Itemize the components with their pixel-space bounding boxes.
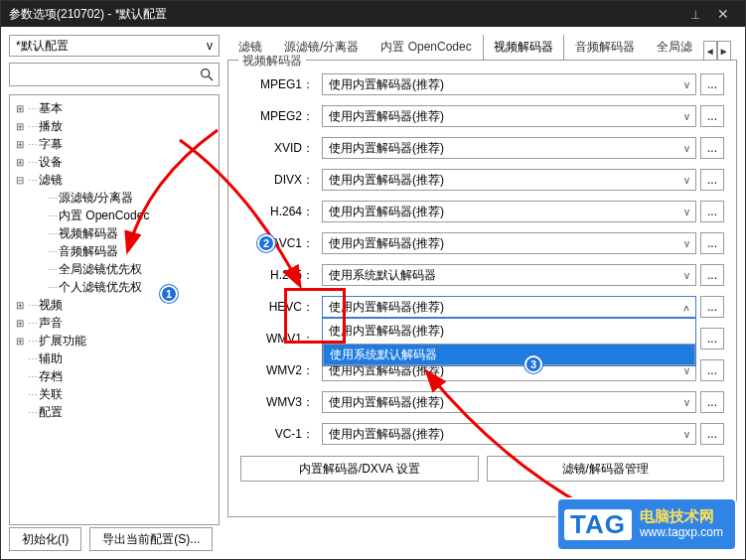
watermark-tag: TAG 电脑技术网 www.tagxp.com: [556, 497, 737, 551]
preset-select[interactable]: *默认配置 v: [9, 35, 220, 57]
filter-manage-button[interactable]: 滤镜/解码器管理: [487, 456, 725, 482]
codec-select[interactable]: 使用内置解码器(推荐)v: [322, 232, 696, 254]
tab[interactable]: 内置 OpenCodec: [370, 35, 482, 61]
codec-select-value: 使用内置解码器(推荐): [329, 108, 444, 125]
tree-item[interactable]: ⋯全局滤镜优先权: [10, 260, 219, 278]
preset-value: *默认配置: [16, 38, 69, 55]
window-title: 参数选项(210702) - *默认配置: [9, 6, 681, 23]
dxva-settings-button[interactable]: 内置解码器/DXVA 设置: [240, 456, 479, 482]
tree-item[interactable]: ⋯配置: [10, 403, 219, 421]
tree-item[interactable]: ⊞⋯基本: [10, 99, 219, 117]
tree-item[interactable]: ⋯视频解码器: [10, 224, 219, 242]
codec-select-value: 使用内置解码器(推荐): [329, 76, 444, 93]
dropdown-option[interactable]: 使用系统默认解码器: [323, 344, 695, 365]
tree-item[interactable]: ⊞⋯字幕: [10, 135, 219, 153]
search-icon: [199, 67, 215, 82]
pin-icon[interactable]: ⟂: [681, 5, 709, 23]
tree-expand-icon[interactable]: ⊟: [14, 175, 26, 186]
codec-more-button[interactable]: ...: [700, 391, 724, 413]
codec-row: AVC1：使用内置解码器(推荐)v...: [240, 229, 724, 257]
codec-more-button[interactable]: ...: [700, 328, 724, 350]
codec-dropdown: 使用内置解码器(推荐)使用系统默认解码器: [322, 318, 696, 366]
chevron-down-icon: v: [684, 238, 689, 249]
initialize-button[interactable]: 初始化(I): [9, 527, 81, 551]
codec-select-value: 使用内置解码器(推荐): [329, 172, 444, 189]
export-config-button[interactable]: 导出当前配置(S)...: [89, 527, 213, 551]
codec-row: H.265：使用系统默认解码器v...: [240, 261, 724, 289]
svg-line-1: [209, 76, 213, 80]
annotation-badge-1: 1: [160, 285, 178, 303]
tree-item-label: 基本: [39, 100, 63, 117]
codec-select[interactable]: 使用系统默认解码器v: [322, 264, 696, 286]
codec-more-button[interactable]: ...: [700, 359, 724, 381]
search-input[interactable]: [9, 63, 220, 86]
codec-select[interactable]: 使用内置解码器(推荐)v: [322, 391, 696, 413]
dropdown-option[interactable]: 使用内置解码器(推荐): [323, 319, 695, 344]
codec-more-button[interactable]: ...: [700, 105, 724, 127]
codec-row: WMV3：使用内置解码器(推荐)v...: [240, 388, 724, 416]
codec-more-button[interactable]: ...: [700, 201, 724, 222]
tree-expand-icon[interactable]: ⊞: [14, 300, 26, 311]
codec-select[interactable]: 使用内置解码器(推荐)v: [322, 169, 696, 191]
tree-item[interactable]: ⋯关联: [10, 385, 219, 403]
codec-more-button[interactable]: ...: [700, 296, 724, 318]
codec-select[interactable]: 使用内置解码器(推荐)ʌ使用内置解码器(推荐)使用系统默认解码器: [322, 296, 696, 318]
chevron-down-icon: ʌ: [683, 302, 689, 313]
codec-row: XVID：使用内置解码器(推荐)v...: [240, 134, 724, 162]
codec-more-button[interactable]: ...: [700, 137, 724, 159]
codec-select[interactable]: 使用内置解码器(推荐)v: [322, 105, 696, 127]
tree-item[interactable]: ⊞⋯视频: [10, 296, 219, 314]
codec-more-button[interactable]: ...: [700, 169, 724, 191]
codec-label: H.264：: [240, 204, 322, 220]
tree-expand-icon[interactable]: ⊞: [14, 318, 26, 329]
chevron-down-icon: v: [684, 397, 689, 408]
watermark-line1: 电脑技术网: [640, 508, 723, 524]
tab[interactable]: 全局滤: [646, 35, 703, 61]
tree-expand-icon[interactable]: ⊞: [14, 336, 26, 347]
tree-item[interactable]: ⊞⋯声音: [10, 314, 219, 332]
codec-more-button[interactable]: ...: [700, 73, 724, 95]
tree-item[interactable]: ⋯个人滤镜优先权: [10, 278, 219, 296]
close-icon[interactable]: ✕: [709, 5, 737, 23]
tree-expand-icon[interactable]: ⊞: [14, 103, 26, 114]
codec-more-button[interactable]: ...: [700, 423, 724, 445]
titlebar: 参数选项(210702) - *默认配置 ⟂ ✕: [1, 1, 745, 27]
tree-item[interactable]: ⊞⋯设备: [10, 153, 219, 171]
codec-select[interactable]: 使用内置解码器(推荐)v: [322, 201, 696, 222]
tree-item[interactable]: ⋯存档: [10, 367, 219, 385]
codec-row: DIVX：使用内置解码器(推荐)v...: [240, 166, 724, 194]
tree-item-label: 字幕: [39, 136, 63, 153]
tree-expand-icon[interactable]: ⊞: [14, 139, 26, 150]
tab[interactable]: 视频解码器: [483, 35, 564, 61]
tree-item-label: 内置 OpenCodec: [59, 208, 149, 224]
tree-item[interactable]: ⋯音频解码器: [10, 242, 219, 260]
tree-item-label: 配置: [39, 404, 63, 421]
tree-item-label: 关联: [39, 386, 63, 403]
tree-item[interactable]: ⊞⋯播放: [10, 117, 219, 135]
codec-row: MPEG1：使用内置解码器(推荐)v...: [240, 70, 724, 98]
tree-item[interactable]: ⋯源滤镜/分离器: [10, 189, 219, 207]
codec-label: DIVX：: [240, 172, 322, 189]
tree-expand-icon[interactable]: ⊞: [14, 157, 26, 168]
tree-expand-icon[interactable]: ⊞: [14, 121, 26, 132]
category-tree[interactable]: ⊞⋯基本⊞⋯播放⊞⋯字幕⊞⋯设备⊟⋯滤镜⋯源滤镜/分离器⋯内置 OpenCode…: [9, 94, 220, 525]
annotation-badge-3: 3: [524, 355, 542, 373]
codec-select[interactable]: 使用内置解码器(推荐)v: [322, 73, 696, 95]
codec-more-button[interactable]: ...: [700, 232, 724, 254]
tree-item[interactable]: ⊞⋯扩展功能: [10, 332, 219, 350]
chevron-down-icon: v: [684, 429, 689, 440]
tree-item[interactable]: ⋯内置 OpenCodec: [10, 207, 219, 224]
tree-item-label: 声音: [39, 315, 63, 332]
tree-item[interactable]: ⋯辅助: [10, 350, 219, 367]
codec-more-button[interactable]: ...: [700, 264, 724, 286]
tree-item[interactable]: ⊟⋯滤镜: [10, 171, 219, 189]
watermark-logo: TAG: [564, 509, 632, 540]
codec-select[interactable]: 使用内置解码器(推荐)v: [322, 423, 696, 445]
tab-scroll-right[interactable]: ►: [717, 41, 731, 61]
tab-scroll-left[interactable]: ◄: [703, 41, 717, 61]
codec-label: VC-1：: [240, 426, 322, 443]
codec-select[interactable]: 使用内置解码器(推荐)v: [322, 137, 696, 159]
chevron-down-icon: v: [684, 111, 689, 122]
tab[interactable]: 音频解码器: [564, 35, 646, 61]
tree-item-label: 全局滤镜优先权: [59, 261, 142, 278]
